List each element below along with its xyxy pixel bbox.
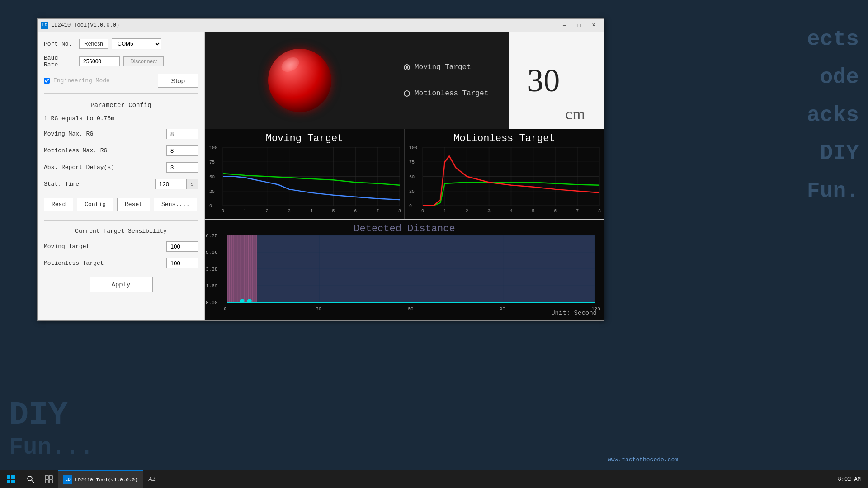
main-window: LD LD2410 Tool(v1.0.0.0) ─ □ ✕ Port No. … xyxy=(37,18,604,321)
apply-button[interactable]: Apply xyxy=(90,277,153,292)
charts-row: Moving Target Motionless Target xyxy=(205,129,604,220)
bg-word-1: ects xyxy=(687,27,859,52)
bg-word-3: acks xyxy=(687,103,859,127)
maximize-button[interactable]: □ xyxy=(572,21,586,30)
abs-report-delay-input[interactable] xyxy=(166,162,198,173)
stat-time-input[interactable] xyxy=(155,179,187,189)
stat-time-row: Stat. Time s xyxy=(44,179,198,189)
motionless-max-rg-label: Motionless Max. RG xyxy=(44,147,107,154)
taskbar: LD LD2410 Tool(v1.0.0.0) Ai 8:02 AM xyxy=(0,470,868,488)
moving-target-sensitivity-row: Moving Target xyxy=(44,241,198,252)
motionless-target-option[interactable]: Motionless Target xyxy=(404,89,500,98)
com-select[interactable]: COM5 COM1 COM2 COM3 COM4 xyxy=(112,38,161,49)
bg-word-4: DIY xyxy=(687,141,859,165)
distance-value: 30 xyxy=(527,62,560,99)
stat-time-unit: s xyxy=(187,179,198,189)
svg-rect-9 xyxy=(49,480,52,483)
bg-word-5: Fun. xyxy=(687,179,859,203)
top-section: Moving Target Motionless Target 30 cm xyxy=(205,32,604,129)
moving-chart-canvas xyxy=(205,129,404,219)
stat-time-label: Stat. Time xyxy=(44,181,79,188)
engineering-mode-label: Engineering Mode xyxy=(53,77,110,84)
detected-distance-panel: Detected Distance Unit: Second xyxy=(205,220,604,320)
motionless-chart-canvas xyxy=(405,129,604,219)
bg-fun: Fun... xyxy=(9,434,94,461)
action-buttons: Read Config Reset Sens.... xyxy=(44,198,198,211)
title-bar: LD LD2410 Tool(v1.0.0.0) ─ □ ✕ xyxy=(38,19,604,32)
abs-report-delay-label: Abs. Report Delay(s) xyxy=(44,164,114,171)
reset-button[interactable]: Reset xyxy=(117,198,150,211)
windows-icon xyxy=(6,475,15,484)
baud-rate-row: Baud Rate Disconnect xyxy=(44,55,198,68)
taskbar-time: 8:02 AM xyxy=(838,476,868,483)
app-icon: LD xyxy=(41,22,48,29)
motionless-target-radio[interactable] xyxy=(404,90,410,97)
motionless-target-label: Motionless Target xyxy=(415,89,488,98)
minimize-button[interactable]: ─ xyxy=(558,21,571,30)
bottom-section: Detected Distance Unit: Second xyxy=(205,220,604,320)
config-button[interactable]: Config xyxy=(77,198,113,211)
baud-input[interactable] xyxy=(79,56,120,66)
bg-word-2: ode xyxy=(687,65,859,89)
window-title: LD2410 Tool(v1.0.0.0) xyxy=(51,22,555,28)
taskview-icon xyxy=(45,475,53,483)
moving-target-chart: Moving Target xyxy=(205,129,404,219)
moving-target-label: Moving Target xyxy=(415,63,471,71)
svg-rect-2 xyxy=(7,480,10,483)
svg-rect-8 xyxy=(45,480,48,483)
motionless-target-sensitivity-input[interactable] xyxy=(166,258,198,268)
taskbar-app-icon: LD xyxy=(63,475,72,484)
window-controls: ─ □ ✕ xyxy=(558,21,600,30)
svg-rect-3 xyxy=(11,480,15,483)
website-label: www.tastethecode.com xyxy=(608,456,678,463)
indicator-panel xyxy=(205,32,395,129)
sens-button[interactable]: Sens.... xyxy=(154,198,197,211)
bg-diy: DIY xyxy=(9,397,68,434)
motionless-target-sensitivity-label: Motionless Target xyxy=(44,260,104,267)
rg-info: 1 RG equals to 0.75m xyxy=(44,115,198,122)
status-indicator-ball xyxy=(268,49,331,112)
motionless-target-sensitivity-row: Motionless Target xyxy=(44,258,198,268)
abs-report-delay-row: Abs. Report Delay(s) xyxy=(44,162,198,173)
engineering-mode-row: Engineering Mode Stop xyxy=(44,74,198,88)
taskbar-app-label: LD2410 Tool(v1.0.0.0) xyxy=(75,477,138,483)
moving-max-rg-label: Moving Max. RG xyxy=(44,131,93,137)
left-panel: Port No. Refresh COM5 COM1 COM2 COM3 COM… xyxy=(38,32,205,320)
disconnect-button[interactable]: Disconnect xyxy=(123,56,164,66)
port-label: Port No. xyxy=(44,41,75,47)
moving-max-rg-row: Moving Max. RG xyxy=(44,129,198,139)
read-button[interactable]: Read xyxy=(44,198,73,211)
moving-target-radio-inner xyxy=(406,66,408,69)
task-view-icon[interactable] xyxy=(40,470,58,488)
motionless-max-rg-input[interactable] xyxy=(166,145,198,156)
svg-rect-7 xyxy=(49,476,52,479)
taskbar-app-item[interactable]: LD LD2410 Tool(v1.0.0.0) xyxy=(58,470,143,488)
distance-panel: 30 cm xyxy=(509,32,604,129)
detected-chart-canvas xyxy=(205,220,604,320)
moving-target-sensitivity-input[interactable] xyxy=(166,241,198,252)
stop-button[interactable]: Stop xyxy=(158,74,198,88)
port-row: Port No. Refresh COM5 COM1 COM2 COM3 COM… xyxy=(44,38,198,49)
search-taskbar-icon[interactable] xyxy=(22,470,40,488)
start-button[interactable] xyxy=(0,470,22,488)
sensitivity-title: Current Target Sensibility xyxy=(44,228,198,235)
taskbar-ai-label: Ai xyxy=(143,476,161,483)
moving-target-option[interactable]: Moving Target xyxy=(404,63,500,71)
stat-time-input-group: s xyxy=(155,179,198,189)
baud-label: Baud Rate xyxy=(44,55,75,68)
engineering-mode-checkbox[interactable] xyxy=(44,78,50,84)
svg-line-5 xyxy=(32,480,34,483)
moving-target-radio[interactable] xyxy=(404,64,410,70)
close-button[interactable]: ✕ xyxy=(587,21,600,30)
refresh-button[interactable]: Refresh xyxy=(79,39,108,49)
motionless-target-chart: Motionless Target xyxy=(404,129,604,219)
right-panel: Moving Target Motionless Target 30 cm xyxy=(205,32,604,320)
moving-max-rg-input[interactable] xyxy=(166,129,198,139)
svg-rect-1 xyxy=(11,475,15,479)
window-content: Port No. Refresh COM5 COM1 COM2 COM3 COM… xyxy=(38,32,604,320)
search-icon xyxy=(27,475,35,483)
background-text: ects ode acks DIY Fun. xyxy=(678,0,868,316)
target-options: Moving Target Motionless Target xyxy=(395,32,509,129)
svg-rect-0 xyxy=(7,475,10,479)
svg-rect-6 xyxy=(45,476,48,479)
